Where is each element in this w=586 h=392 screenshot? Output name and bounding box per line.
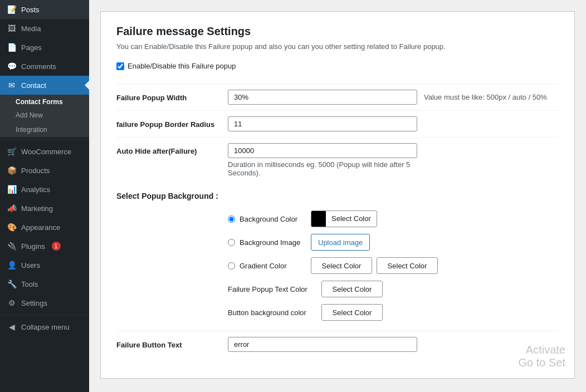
woocommerce-icon: 🛒 bbox=[7, 146, 17, 156]
sidebar-item-marketing[interactable]: 📣 Marketing bbox=[0, 199, 89, 218]
background-color-radio[interactable] bbox=[228, 215, 235, 223]
popup-width-control: Value must be like: 500px / auto / 50% bbox=[228, 90, 559, 105]
popup-width-label: Failure Popup Width bbox=[116, 90, 228, 103]
text-color-label: Failure Popup Text Color bbox=[228, 285, 317, 293]
divider-2 bbox=[0, 315, 89, 315]
text-color-control: Failure Popup Text Color Select Color bbox=[228, 281, 383, 297]
activate-watermark: Activate Go to Set bbox=[519, 344, 566, 369]
sidebar-item-posts[interactable]: 📝 Posts bbox=[0, 0, 89, 19]
tools-icon: 🔧 bbox=[7, 279, 17, 289]
enable-checkbox-row: Enable/Disable this Failure popup bbox=[116, 62, 559, 70]
popup-width-input[interactable] bbox=[228, 90, 417, 105]
submenu-add-new[interactable]: Add New bbox=[0, 108, 89, 122]
media-icon: 🖼 bbox=[7, 23, 17, 33]
sidebar-item-users[interactable]: 👤 Users bbox=[0, 256, 89, 275]
gradient-color-button-1[interactable]: Select Color bbox=[311, 257, 372, 274]
sidebar-item-appearance[interactable]: 🎨 Appearance bbox=[0, 218, 89, 237]
enable-checkbox-label: Enable/Disable this Failure popup bbox=[128, 62, 236, 70]
button-bg-color-button[interactable]: Select Color bbox=[321, 304, 383, 321]
button-text-control bbox=[228, 337, 559, 352]
sidebar-item-plugins[interactable]: 🔌 Plugins 1 bbox=[0, 237, 89, 256]
pages-icon: 📄 bbox=[7, 42, 17, 52]
upload-image-button[interactable]: Upload image bbox=[311, 234, 370, 251]
sidebar-item-contact[interactable]: ✉ Contact bbox=[0, 76, 89, 95]
gradient-color-label: Gradient Color bbox=[240, 262, 306, 270]
users-icon: 👤 bbox=[7, 260, 17, 270]
posts-icon: 📝 bbox=[7, 4, 17, 14]
marketing-icon: 📣 bbox=[7, 203, 17, 213]
page-title: Failure message Settings bbox=[116, 25, 559, 38]
background-image-label: Background Image bbox=[240, 238, 306, 247]
border-radius-control bbox=[228, 116, 559, 131]
plugins-badge: 1 bbox=[52, 242, 61, 251]
text-color-button[interactable]: Select Color bbox=[321, 281, 383, 297]
sidebar-item-comments[interactable]: 💬 Comments bbox=[0, 57, 89, 76]
auto-hide-input[interactable] bbox=[228, 143, 417, 158]
gradient-color-row: Gradient Color Select Color Select Color bbox=[116, 254, 559, 277]
gradient-color-radio[interactable] bbox=[228, 262, 235, 270]
auto-hide-control: Duration in milliseconds eg. 5000 (Popup… bbox=[228, 143, 559, 177]
contact-submenu: Contact Forms Add New Integration bbox=[0, 95, 89, 137]
sidebar-item-pages[interactable]: 📄 Pages bbox=[0, 38, 89, 57]
sidebar-item-products[interactable]: 📦 Products bbox=[0, 161, 89, 180]
button-bg-control: Button background color Select Color bbox=[228, 304, 383, 321]
main-content: Failure message Settings You can Enable/… bbox=[89, 0, 586, 392]
active-arrow bbox=[85, 81, 89, 90]
auto-hide-row: Auto Hide after(Failure) Duration in mil… bbox=[116, 137, 559, 183]
background-color-btn-label: Select Color bbox=[326, 211, 377, 227]
sidebar-item-analytics[interactable]: 📊 Analytics bbox=[0, 180, 89, 199]
text-color-row: Failure Popup Text Color Select Color bbox=[116, 277, 559, 301]
popup-width-row: Failure Popup Width Value must be like: … bbox=[116, 84, 559, 110]
products-icon: 📦 bbox=[7, 165, 17, 175]
auto-hide-hint: Duration in milliseconds eg. 5000 (Popup… bbox=[228, 160, 417, 177]
auto-hide-label: Auto Hide after(Failure) bbox=[116, 143, 228, 156]
analytics-icon: 📊 bbox=[7, 184, 17, 194]
background-image-radio[interactable] bbox=[228, 239, 235, 246]
sidebar: 📝 Posts 🖼 Media 📄 Pages 💬 Comments ✉ Con… bbox=[0, 0, 89, 392]
background-section-title: Select Popup Background : bbox=[116, 192, 559, 200]
submenu-section-title: Contact Forms bbox=[0, 95, 89, 108]
background-image-control: Background Image Upload image bbox=[228, 234, 370, 251]
popup-width-hint: Value must be like: 500px / auto / 50% bbox=[424, 90, 547, 101]
appearance-icon: 🎨 bbox=[7, 222, 17, 232]
settings-icon: ⚙ bbox=[7, 298, 17, 308]
button-bg-label: Button background color bbox=[228, 308, 317, 317]
sidebar-item-settings[interactable]: ⚙ Settings bbox=[0, 293, 89, 312]
background-color-label: Background Color bbox=[240, 215, 306, 223]
gradient-color-button-2[interactable]: Select Color bbox=[377, 257, 438, 274]
contact-icon: ✉ bbox=[7, 80, 17, 90]
button-bg-color-row: Button background color Select Color bbox=[116, 301, 559, 324]
background-image-row: Background Image Upload image bbox=[116, 231, 559, 254]
background-color-swatch bbox=[311, 211, 326, 227]
background-color-control: Background Color Select Color bbox=[228, 210, 377, 227]
gradient-color-control: Gradient Color Select Color Select Color bbox=[228, 257, 438, 274]
plugins-icon: 🔌 bbox=[7, 241, 17, 251]
page-description: You can Enable/Disable this Failure popu… bbox=[116, 42, 559, 51]
divider-1 bbox=[0, 139, 89, 140]
button-text-label: Failure Button Text bbox=[116, 337, 228, 350]
border-radius-input[interactable] bbox=[228, 116, 417, 131]
background-color-row: Background Color Select Color bbox=[116, 207, 559, 231]
submenu-integration[interactable]: Integration bbox=[0, 122, 89, 137]
collapse-icon: ◀ bbox=[7, 322, 17, 332]
sidebar-item-woocommerce[interactable]: 🛒 WooCommerce bbox=[0, 142, 89, 161]
border-radius-row: failure Popup Border Radius bbox=[116, 110, 559, 137]
background-color-button[interactable]: Select Color bbox=[311, 210, 377, 227]
button-text-row: Failure Button Text bbox=[116, 331, 559, 357]
border-radius-label: failure Popup Border Radius bbox=[116, 116, 228, 130]
comments-icon: 💬 bbox=[7, 61, 17, 71]
button-text-input[interactable] bbox=[228, 337, 417, 352]
enable-failure-checkbox[interactable] bbox=[116, 62, 124, 70]
collapse-menu-button[interactable]: ◀ Collapse menu bbox=[0, 317, 89, 336]
content-box: Failure message Settings You can Enable/… bbox=[100, 11, 575, 379]
sidebar-item-tools[interactable]: 🔧 Tools bbox=[0, 275, 89, 293]
sidebar-item-media[interactable]: 🖼 Media bbox=[0, 19, 89, 38]
